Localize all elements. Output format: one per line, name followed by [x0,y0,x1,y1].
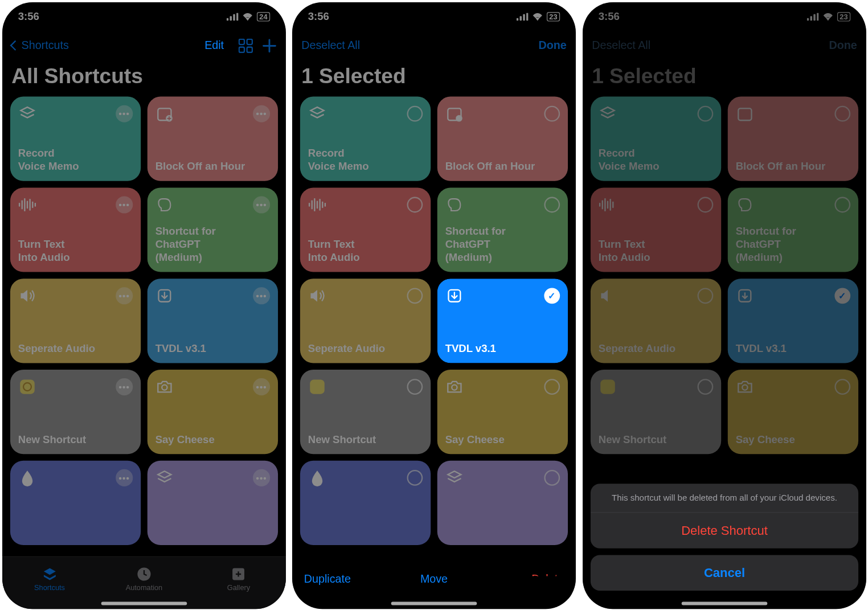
tile-menu-icon[interactable]: ••• [253,378,270,395]
shortcut-tile-saycheese: Say Cheese [727,370,858,454]
shortcut-tile-extra-2[interactable]: ••• [148,461,278,545]
battery-icon: 23 [547,12,560,21]
battery-icon: 24 [257,12,270,21]
shortcut-tile-block[interactable]: Block Off an Hour [437,97,568,181]
shortcut-tile-saycheese[interactable]: Say Cheese [437,370,568,454]
home-indicator [681,602,767,605]
svg-rect-5 [247,39,252,44]
shortcut-tile-seperate[interactable]: Seperate Audio [300,279,431,363]
deselect-all-button[interactable]: Deselect All [302,39,361,52]
brain-icon [445,195,464,214]
tile-menu-icon[interactable]: ••• [253,287,270,304]
shortcut-tile-extra-1[interactable]: ••• [10,461,141,545]
shortcut-tile-turntext[interactable]: Turn Text Into Audio [300,187,431,272]
nav-bar: Deselect All Done [583,31,866,60]
shortcut-tile-record[interactable]: ••• Record Voice Memo [10,97,141,181]
deselect-all-button[interactable]: Deselect All [592,39,650,52]
select-circle[interactable] [407,197,423,213]
shortcuts-grid: Record Voice Memo Block Off an Hour Turn… [292,97,576,545]
tile-label: TVDL v3.1 [445,342,560,355]
shortcut-tile-tvdl[interactable]: ••• TVDL v3.1 [148,279,278,363]
status-time: 3:56 [308,11,329,23]
tile-menu-icon[interactable]: ••• [253,105,270,122]
svg-rect-3 [236,13,238,21]
shortcut-tile-new[interactable]: ••• New Shortcut [10,370,141,454]
done-button[interactable]: Done [829,39,857,52]
drop-icon [308,469,326,487]
select-circle[interactable] [407,379,423,395]
svg-rect-18 [20,379,34,394]
select-circle[interactable] [407,288,423,304]
status-time: 3:56 [18,11,39,23]
calendar-add-icon [445,104,464,122]
svg-rect-6 [239,47,244,52]
tile-label: Record Voice Memo [598,147,713,173]
shortcut-tile-seperate[interactable]: ••• Seperate Audio [10,279,141,363]
gallery-tab-icon [231,566,247,582]
waveform-icon [598,195,616,214]
tab-gallery[interactable]: Gallery [191,557,286,609]
tile-menu-icon[interactable]: ••• [116,469,133,486]
tile-menu-icon[interactable]: ••• [116,287,133,304]
svg-point-38 [452,385,457,390]
select-circle[interactable] [544,470,560,486]
layers-icon [598,104,616,122]
select-circle [697,106,713,122]
tile-menu-icon[interactable]: ••• [116,378,133,395]
done-button[interactable]: Done [539,39,567,52]
select-circle[interactable] [544,197,560,213]
tile-label: Shortcut for ChatGPT (Medium) [735,224,850,264]
tile-label: New Shortcut [308,433,423,446]
delete-highlight [526,576,572,598]
back-button[interactable]: Shortcuts [11,39,69,52]
cancel-button[interactable]: Cancel [591,555,858,591]
shortcut-tile-extra-2[interactable] [437,461,568,545]
svg-rect-24 [520,16,522,21]
nav-bar: Deselect All Done [292,31,576,60]
duplicate-button[interactable]: Duplicate [304,573,391,586]
select-circle-checked[interactable]: ✓ [544,288,560,304]
shortcut-tile-chatgpt: Shortcut for ChatGPT (Medium) [727,187,858,272]
shortcut-tile-new[interactable]: New Shortcut [300,370,431,454]
shortcut-tile-turntext: Turn Text Into Audio [591,187,721,272]
signal-icon [226,13,238,21]
select-circle[interactable] [544,106,560,122]
shortcut-tile-record[interactable]: Record Voice Memo [300,97,431,181]
tile-menu-icon[interactable]: ••• [116,196,133,213]
tile-menu-icon[interactable]: ••• [116,105,133,122]
tile-label: Block Off an Hour [155,160,270,173]
shortcuts-grid: ••• Record Voice Memo ••• Block Off an H… [2,97,286,545]
shortcut-tile-turntext[interactable]: ••• Turn Text Into Audio [10,187,141,272]
layers-icon [18,104,36,122]
move-button[interactable]: Move [391,573,477,586]
tab-label: Gallery [227,583,250,591]
delete-shortcut-button[interactable]: Delete Shortcut [591,513,858,548]
layout-icon[interactable] [239,39,253,53]
select-circle[interactable] [407,470,423,486]
shortcuts-grid: Record Voice Memo Block Off an Hour Turn… [583,97,866,455]
tile-menu-icon[interactable]: ••• [253,196,270,213]
shortcut-tile-chatgpt[interactable]: ••• Shortcut for ChatGPT (Medium) [148,187,278,272]
wifi-icon [533,13,543,21]
select-circle[interactable] [544,379,560,395]
home-indicator [101,602,187,605]
tile-label: Say Cheese [735,433,850,446]
shortcut-tile-block[interactable]: ••• Block Off an Hour [148,97,278,181]
screenshot-3: 3:56 23 Deselect All Done 1 Selected Rec… [583,2,866,609]
svg-rect-41 [813,14,815,21]
tab-shortcuts[interactable]: Shortcuts [2,557,97,609]
plus-icon[interactable] [262,39,276,53]
download-icon [735,286,754,305]
shortcut-tile-tvdl[interactable]: ✓ TVDL v3.1 [437,279,568,363]
brain-icon [735,195,754,214]
shortcut-tile-extra-1[interactable] [300,461,431,545]
edit-button[interactable]: Edit [199,35,229,56]
shortcut-tile-chatgpt[interactable]: Shortcut for ChatGPT (Medium) [437,187,568,272]
tile-menu-icon[interactable]: ••• [253,469,270,486]
calendar-add-icon [155,104,174,122]
select-circle[interactable] [407,106,423,122]
shortcut-tile-seperate: Seperate Audio [591,279,721,363]
speaker-icon [308,286,326,305]
chevron-left-icon [11,39,21,52]
shortcut-tile-saycheese[interactable]: ••• Say Cheese [148,370,278,454]
